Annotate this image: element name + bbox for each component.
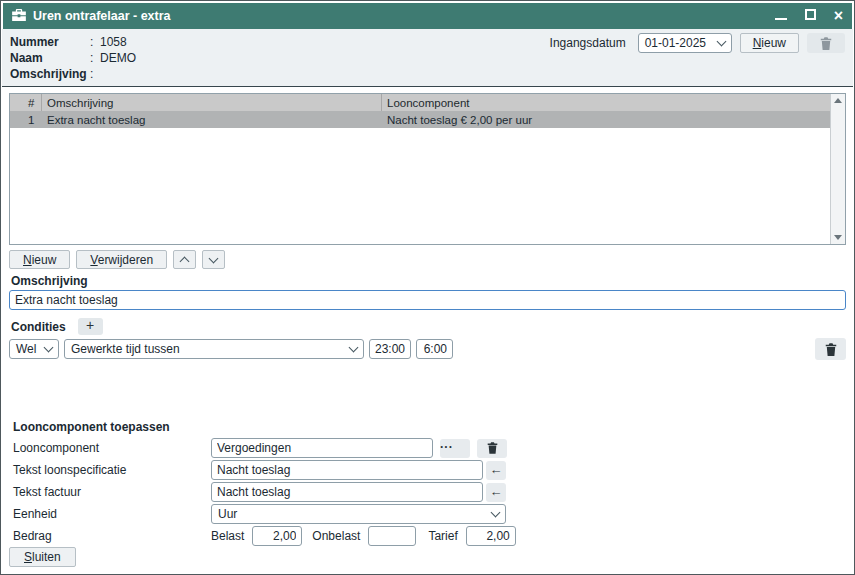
nummer-label: Nummer xyxy=(10,35,90,49)
table-header-row: # Omschrijving Looncomponent xyxy=(10,94,830,111)
bedrag-label: Bedrag xyxy=(13,529,211,543)
add-condition-button[interactable]: + xyxy=(78,318,103,335)
ingangsdatum-label: Ingangsdatum xyxy=(550,36,626,50)
looncomponent-section-heading: Looncomponent toepassen xyxy=(13,420,170,434)
copy-left-icon[interactable]: ← xyxy=(486,483,506,502)
looncomponent-label: Looncomponent xyxy=(13,441,211,455)
maximize-button[interactable] xyxy=(805,9,816,23)
time-from-input[interactable] xyxy=(369,339,411,359)
trash-icon xyxy=(825,343,837,356)
onbelast-label: Onbelast xyxy=(312,529,360,543)
new-version-button[interactable]: Nieuw xyxy=(740,33,799,53)
delete-condition-button[interactable] xyxy=(815,338,846,360)
rules-table: # Omschrijving Looncomponent 1 Extra nac… xyxy=(9,93,846,245)
trash-icon xyxy=(820,37,832,50)
nummer-value: 1058 xyxy=(100,35,127,49)
briefcase-icon xyxy=(12,9,26,24)
delete-row-button[interactable]: Verwijderen xyxy=(76,250,167,269)
clear-looncomponent-button[interactable] xyxy=(477,439,507,458)
naam-label: Naam xyxy=(10,51,90,65)
chevron-up-icon xyxy=(180,256,190,266)
eenheid-label: Eenheid xyxy=(13,507,211,521)
omschrijving-input[interactable] xyxy=(9,290,846,310)
close-icon[interactable]: × xyxy=(834,10,843,22)
col-omschrijving[interactable]: Omschrijving xyxy=(42,94,382,111)
onbelast-input[interactable] xyxy=(368,526,416,546)
add-row-button[interactable]: Nieuw xyxy=(9,250,70,269)
tekst-loonspecificatie-label: Tekst loonspecificatie xyxy=(13,463,211,477)
scroll-down-icon[interactable] xyxy=(834,235,842,240)
titlebar: Uren ontrafelaar - extra × xyxy=(3,3,852,29)
condition-row: Wel Gewerkte tijd tussen xyxy=(9,338,846,360)
looncomponent-input[interactable] xyxy=(211,438,433,458)
omschrijving-label: Omschrijving xyxy=(10,67,90,81)
col-num[interactable]: # xyxy=(10,94,42,111)
trash-icon xyxy=(487,442,498,454)
time-to-input[interactable] xyxy=(416,339,453,359)
tarief-input[interactable] xyxy=(466,526,516,546)
chevron-down-icon xyxy=(209,253,219,263)
condities-label: Condities xyxy=(11,320,66,334)
chevron-down-icon xyxy=(716,37,726,47)
eenheid-select[interactable]: Uur xyxy=(211,504,506,524)
eenheid-row: Eenheid Uur xyxy=(13,504,846,524)
table-row[interactable]: 1 Extra nacht toeslag Nacht toeslag € 2,… xyxy=(10,111,830,128)
omschrijving-edit-label: Omschrijving xyxy=(11,274,88,288)
ingangsdatum-select[interactable]: 01-01-2025 xyxy=(638,33,732,53)
close-window-button[interactable]: Sluiten xyxy=(9,547,76,567)
app-window: Uren ontrafelaar - extra × Nummer : 1058… xyxy=(0,0,855,575)
belast-input[interactable] xyxy=(252,526,302,546)
col-looncomponent[interactable]: Looncomponent xyxy=(382,94,830,111)
move-down-button[interactable] xyxy=(202,250,225,269)
vertical-scrollbar[interactable] xyxy=(830,94,845,244)
bedrag-row: Bedrag Belast Onbelast Tarief xyxy=(13,526,846,546)
window-title: Uren ontrafelaar - extra xyxy=(33,9,171,23)
delete-version-button[interactable] xyxy=(807,33,845,53)
scroll-up-icon[interactable] xyxy=(834,98,842,103)
list-actions: Nieuw Verwijderen xyxy=(9,250,225,269)
tekst-factuur-label: Tekst factuur xyxy=(13,485,211,499)
tekst-loonspecificatie-row: Tekst loonspecificatie ← xyxy=(13,460,846,480)
browse-looncomponent-button[interactable]: ... xyxy=(440,439,470,458)
tekst-factuur-input[interactable] xyxy=(211,482,483,502)
chevron-down-icon xyxy=(44,343,54,353)
tekst-loonspecificatie-input[interactable] xyxy=(211,460,483,480)
copy-left-icon[interactable]: ← xyxy=(486,461,506,480)
record-header: Nummer : 1058 Naam : DEMO Omschrijving :… xyxy=(2,29,853,87)
move-up-button[interactable] xyxy=(173,250,196,269)
minimize-button[interactable] xyxy=(775,9,787,23)
tekst-factuur-row: Tekst factuur ← xyxy=(13,482,846,502)
chevron-down-icon xyxy=(349,343,359,353)
condition-mode-select[interactable]: Wel xyxy=(9,339,59,359)
tarief-label: Tarief xyxy=(428,529,457,543)
field-omschrijving: Omschrijving : xyxy=(10,66,845,82)
chevron-down-icon xyxy=(491,508,501,518)
naam-value: DEMO xyxy=(100,51,136,65)
looncomponent-row: Looncomponent ... xyxy=(13,438,846,458)
condition-type-select[interactable]: Gewerkte tijd tussen xyxy=(64,339,364,359)
belast-label: Belast xyxy=(211,529,244,543)
